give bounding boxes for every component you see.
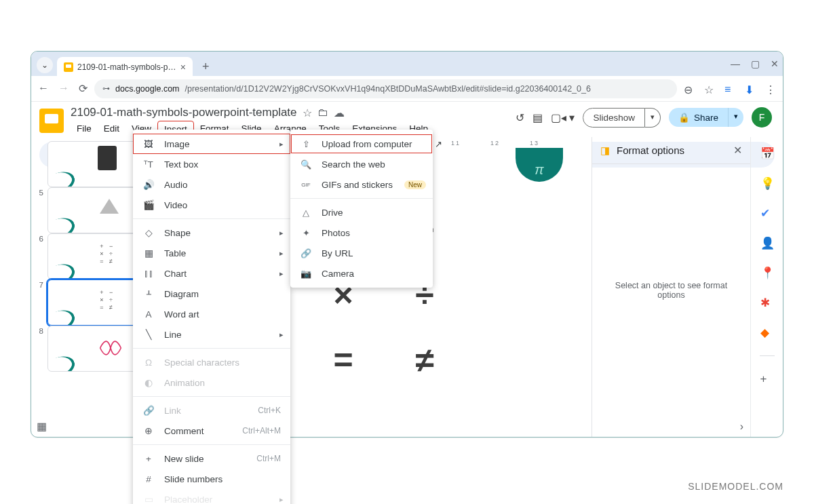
- placeholder-icon: ▭: [142, 494, 155, 504]
- image-submenu-item-drive[interactable]: △Drive: [290, 202, 433, 222]
- menu-item-label: Chart: [164, 269, 187, 279]
- zoom-indicator-icon[interactable]: ⊖: [684, 83, 695, 94]
- submenu-arrow-icon: ▸: [279, 229, 284, 237]
- shape-icon: ◇: [142, 227, 155, 238]
- menu-item-label: Line: [164, 330, 182, 340]
- insert-menu-item-text-box[interactable]: ᵀTText box: [133, 154, 290, 174]
- insert-menu-item-animation: ◐Animation: [133, 372, 290, 393]
- insert-menu-item-video[interactable]: 🎬Video: [133, 195, 290, 215]
- side-app-icon[interactable]: ✔: [760, 206, 774, 220]
- insert-menu-item-word-art[interactable]: AWord art: [133, 304, 290, 324]
- move-icon[interactable]: 🗀: [317, 106, 328, 119]
- image-submenu-item-search-the-web[interactable]: 🔍Search the web: [290, 154, 433, 174]
- insert-menu-item-placeholder: ▭Placeholder▸: [133, 489, 290, 504]
- image-submenu-item-photos[interactable]: ✦Photos: [290, 222, 433, 243]
- account-avatar[interactable]: F: [752, 107, 772, 128]
- menu-item-label: Search the web: [322, 159, 385, 170]
- menu-item-label: Word art: [164, 309, 199, 319]
- insert-menu-item-diagram[interactable]: ᚆDiagram: [133, 284, 290, 304]
- new-tab-button[interactable]: +: [198, 57, 214, 76]
- share-button[interactable]: 🔒 Share: [669, 108, 728, 127]
- not-equals-symbol: ≠: [391, 330, 459, 391]
- star-icon[interactable]: ☆: [303, 106, 312, 119]
- close-window-icon[interactable]: ✕: [771, 58, 779, 69]
- image-submenu-item-by-url[interactable]: 🔗By URL: [290, 243, 433, 263]
- photos-icon: ✦: [300, 228, 312, 238]
- downloads-icon[interactable]: ⬇: [745, 83, 756, 94]
- back-icon[interactable]: ←: [38, 82, 49, 95]
- panel-nav-right-icon[interactable]: ›: [740, 421, 743, 433]
- site-info-icon[interactable]: ⊶: [102, 84, 110, 93]
- slideshow-dropdown[interactable]: ▾: [645, 108, 661, 128]
- search-the-web-icon: 🔍: [300, 159, 312, 170]
- browser-address-bar: ← → ⟳ ⊶ docs.google.com/presentation/d/1…: [31, 76, 783, 102]
- browser-tab-strip: ⌄ 2109-01-math-symbols-power × + — ▢ ✕: [31, 52, 783, 76]
- side-app-icon[interactable]: ◆: [760, 326, 774, 339]
- share-dropdown[interactable]: ▾: [728, 108, 743, 127]
- tab-close-icon[interactable]: ×: [180, 62, 186, 73]
- ruler-mark: 11: [451, 140, 461, 147]
- menu-item-label: Diagram: [164, 289, 199, 299]
- submenu-arrow-icon: ▸: [279, 140, 284, 149]
- side-app-icon[interactable]: 👤: [760, 236, 774, 250]
- insert-menu-item-shape[interactable]: ◇Shape▸: [133, 222, 290, 243]
- insert-menu-item-table[interactable]: ▦Table▸: [133, 243, 290, 263]
- comments-icon[interactable]: ▤: [532, 111, 543, 124]
- grid-view-icon[interactable]: ▦: [37, 420, 47, 433]
- image-submenu-item-upload-from-computer[interactable]: ⇧Upload from computer↖: [290, 134, 433, 154]
- tab-search-button[interactable]: ⌄: [37, 57, 53, 73]
- browser-menu-icon[interactable]: ⋮: [765, 83, 776, 94]
- forward-icon[interactable]: →: [58, 82, 69, 95]
- side-app-icon[interactable]: +: [760, 372, 774, 386]
- url-domain: docs.google.com: [115, 84, 180, 94]
- minimize-icon[interactable]: —: [731, 58, 740, 69]
- menu-item-label: Image: [164, 139, 190, 149]
- close-panel-icon[interactable]: ✕: [733, 144, 742, 157]
- side-app-icon[interactable]: 📅: [760, 147, 774, 160]
- cloud-status-icon[interactable]: ☁: [334, 106, 345, 119]
- slides-logo[interactable]: [39, 109, 64, 133]
- reading-list-icon[interactable]: ≡: [724, 83, 735, 94]
- history-icon[interactable]: ↺: [516, 111, 524, 124]
- insert-menu-item-new-slide[interactable]: +New slideCtrl+M: [133, 448, 290, 469]
- menu-file[interactable]: File: [71, 121, 98, 138]
- menu-item-label: GIFs and stickers: [322, 180, 393, 190]
- insert-menu-item-comment[interactable]: ⊕CommentCtrl+Alt+M: [133, 421, 290, 441]
- maximize-icon[interactable]: ▢: [751, 58, 760, 69]
- image-submenu-item-camera[interactable]: 📷Camera: [290, 263, 433, 284]
- side-app-icon[interactable]: ✱: [760, 296, 774, 309]
- menu-item-label: New slide: [164, 454, 204, 464]
- side-app-icon[interactable]: 💡: [760, 176, 774, 190]
- menu-item-label: By URL: [322, 248, 353, 258]
- menu-item-label: Upload from computer: [322, 139, 412, 149]
- side-app-icon[interactable]: 📍: [760, 266, 774, 279]
- insert-menu-item-image[interactable]: 🖼Image▸: [133, 134, 290, 154]
- format-options-title: Format options: [617, 144, 684, 156]
- reload-icon[interactable]: ⟳: [79, 82, 88, 95]
- menu-edit[interactable]: Edit: [98, 121, 125, 138]
- new-badge: New: [404, 180, 426, 189]
- by-url-icon: 🔗: [300, 248, 312, 258]
- share-label: Share: [694, 113, 718, 123]
- menu-item-label: Camera: [322, 269, 354, 279]
- insert-menu-item-slide-numbers[interactable]: #Slide numbers: [133, 469, 290, 489]
- document-name[interactable]: 2109-01-math-symbols-powerpoint-template: [71, 106, 297, 119]
- word-art-icon: A: [142, 309, 155, 319]
- keyboard-shortcut: Ctrl+Alt+M: [242, 426, 281, 435]
- url-field[interactable]: ⊶ docs.google.com/presentation/d/1D12V2W…: [94, 79, 677, 98]
- insert-menu-item-link: 🔗LinkCtrl+K: [133, 400, 290, 421]
- keyboard-shortcut: Ctrl+K: [258, 406, 281, 415]
- browser-tab[interactable]: 2109-01-math-symbols-power ×: [57, 57, 193, 77]
- insert-menu-item-chart[interactable]: ⫿⫿Chart▸: [133, 263, 290, 284]
- insert-menu-item-audio[interactable]: 🔊Audio: [133, 174, 290, 195]
- comment-icon: ⊕: [142, 425, 155, 436]
- bookmark-star-icon[interactable]: ☆: [704, 83, 715, 94]
- slideshow-button[interactable]: Slideshow: [583, 108, 645, 128]
- insert-menu-item-line[interactable]: ╲Line▸: [133, 324, 290, 345]
- mouse-cursor-icon: ↖: [435, 139, 442, 149]
- meet-icon[interactable]: ▢◂ ▾: [551, 111, 575, 124]
- table-icon: ▦: [142, 248, 155, 258]
- image-submenu-item-gifs-and-stickers[interactable]: GIFGIFs and stickersNew: [290, 174, 433, 195]
- menu-item-label: Comment: [164, 426, 204, 436]
- submenu-arrow-icon: ▸: [279, 249, 284, 258]
